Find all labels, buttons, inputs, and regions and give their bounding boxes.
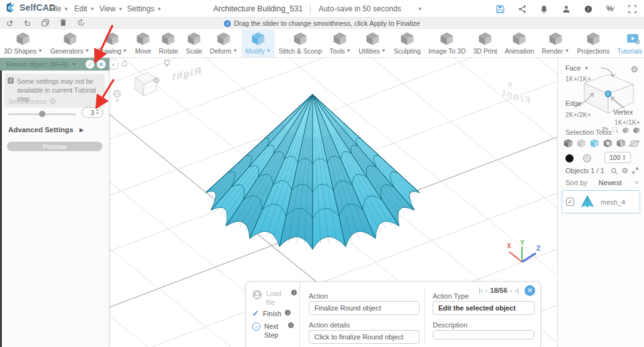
select-sphere-icon[interactable] [602,138,613,149]
description-field[interactable] [433,330,535,339]
box-select-icon[interactable] [612,127,619,134]
svg-text:Z: Z [536,245,540,252]
vertex-label: Vertex [613,108,633,116]
action-field[interactable] [309,301,419,315]
info-icon[interactable]: i [584,4,592,13]
vertex-count: 1K+/1K+ [614,118,640,126]
tool-3d-shapes[interactable]: 3D Shapes▼ [0,30,47,57]
chevron-down-icon: ▼ [565,48,570,54]
scrollbar[interactable] [0,58,2,347]
viewport-3d[interactable]: Right Front ✕ ‹ ⌂ ⚙ ▼ X Y Z [0,58,644,347]
objects-count-label: Objects 1 / 1 [565,167,604,174]
close-tutorial-button[interactable]: ✕ [525,285,535,296]
svg-text:Y: Y [520,239,525,246]
close-panel-button[interactable]: ✕ [97,60,106,69]
expand-icon[interactable] [632,168,638,174]
tool-generators[interactable]: Generators▼ [47,30,93,57]
fullscreen-icon[interactable] [628,4,636,13]
gear-icon[interactable]: ⚙ [621,166,628,175]
select-wireframe-icon[interactable] [576,138,587,149]
tool-rotate[interactable]: Rotate [155,30,182,57]
prev-step-icon[interactable]: ‹ [486,287,488,294]
document-title[interactable]: Architecture Building_531 [213,4,303,13]
undo-icon[interactable]: ↺ [6,19,13,28]
next-step[interactable]: › Next Step i [252,322,294,340]
cube-deep-select-icon[interactable] [633,127,640,134]
tool-scale[interactable]: Scale [182,30,206,57]
tool-sculpting[interactable]: Sculpting [390,30,425,57]
cube-select-icon[interactable] [622,127,630,134]
notifications-bell-icon[interactable] [540,4,548,13]
select-split-icon[interactable] [616,138,626,149]
step-counter: 18/56 [490,287,508,294]
next-step-icon[interactable]: › [510,287,513,294]
menu-edit[interactable]: Edit▼ [74,0,95,18]
load-file-step[interactable]: Load file i [252,290,297,307]
tool-animation[interactable]: Animation [501,30,538,57]
share-icon[interactable] [518,4,526,13]
chevron-down-icon[interactable]: ▼ [115,98,119,103]
select-plane-icon[interactable] [629,139,640,148]
object-visibility-checkbox[interactable]: ✓ [566,198,574,206]
lightbulb-icon[interactable] [164,59,170,71]
account-icon[interactable] [562,4,570,13]
help-icon: ? [50,98,56,105]
tool-tutorials[interactable]: Tutorials▼ [613,30,644,57]
panel-title: Round object (M+R) [6,60,69,68]
menu-view[interactable]: View▼ [99,0,123,18]
smoothness-stepper[interactable]: ▲▼ [96,108,99,115]
tool-drawing[interactable]: Drawing▼ [93,30,131,57]
save-icon[interactable] [496,4,504,13]
selfcad-logo[interactable]: SelfCAD [5,2,55,13]
round-object-panel-header[interactable]: Round object (M+R)▼ ✓ ✕ [0,58,109,71]
last-step-icon[interactable]: ›| [514,287,519,294]
duplicate-icon[interactable] [42,19,49,28]
globe-icon[interactable] [113,89,121,98]
select-solid-icon[interactable] [563,138,574,149]
tolerance-input[interactable]: 100 ▲▼ [604,152,631,163]
tool-stitch-scoop[interactable]: Stitch & Scoop [275,30,326,57]
tool-modify-active[interactable]: Modify▼ [242,30,275,57]
tool-utilities[interactable]: Utilities▼ [355,30,390,57]
stepper-arrows[interactable]: ▲▼ [623,154,626,161]
tool-move[interactable]: Move [131,30,155,57]
tool-image-to-3d[interactable]: Image To 3D [425,30,469,57]
first-step-icon[interactable]: |‹ [479,287,483,294]
apply-check-button[interactable]: ✓ [86,60,94,69]
select-active-icon[interactable] [589,138,600,149]
finish-step[interactable]: ✓ Finish i [252,310,291,318]
paint-color-swatch[interactable] [565,154,574,162]
reset-icon[interactable] [77,19,85,28]
tool-projections[interactable]: Projections [574,30,614,57]
svg-text:X: X [507,242,511,249]
smoothness-slider-handle[interactable] [39,111,45,117]
action-details-field[interactable] [309,330,419,344]
gear-icon[interactable]: ⚙ [153,76,160,85]
flag-select-icon[interactable] [602,127,609,134]
chevron-right-icon: ▶ [80,127,84,133]
advanced-settings-toggle[interactable]: Advanced Settings ▶ [8,126,84,134]
menu-settings[interactable]: Settings▼ [127,0,162,18]
redo-icon[interactable]: ↻ [24,19,31,28]
mesh-sphere-icon[interactable] [582,154,592,163]
chevron-down-icon: ▼ [418,6,423,12]
object-list-item[interactable]: ✓ mesh_4 [562,190,640,213]
smoothness-value-input[interactable]: 3 [82,107,103,118]
menu-file[interactable]: File▼ [49,0,69,18]
sort-by-dropdown[interactable]: Sort by Newest ˅ [565,179,638,186]
tool-3d-print[interactable]: 3D Print [470,30,501,57]
tutorial-step-panel: Load file i ✓ Finish i › Next Step i Act… [245,282,541,347]
chevron-down-icon: ▼ [118,6,123,12]
home-view-icon[interactable]: ⌂ [121,58,128,69]
action-type-field[interactable] [433,301,535,315]
autosave-dropdown[interactable]: Auto-save in 50 seconds ▼ [318,4,422,13]
search-icon[interactable] [611,168,618,174]
tool-deform[interactable]: Deform▼ [206,30,242,57]
action-label: Action [309,292,328,300]
chevron-right-icon: › [252,322,260,331]
delete-trash-icon[interactable] [60,19,67,28]
shortcuts-icon[interactable]: %∕ [606,4,614,13]
tool-tools[interactable]: Tools▼ [326,30,355,57]
tool-render[interactable]: Render▼ [538,30,573,57]
preview-button[interactable]: Preview [7,142,103,151]
